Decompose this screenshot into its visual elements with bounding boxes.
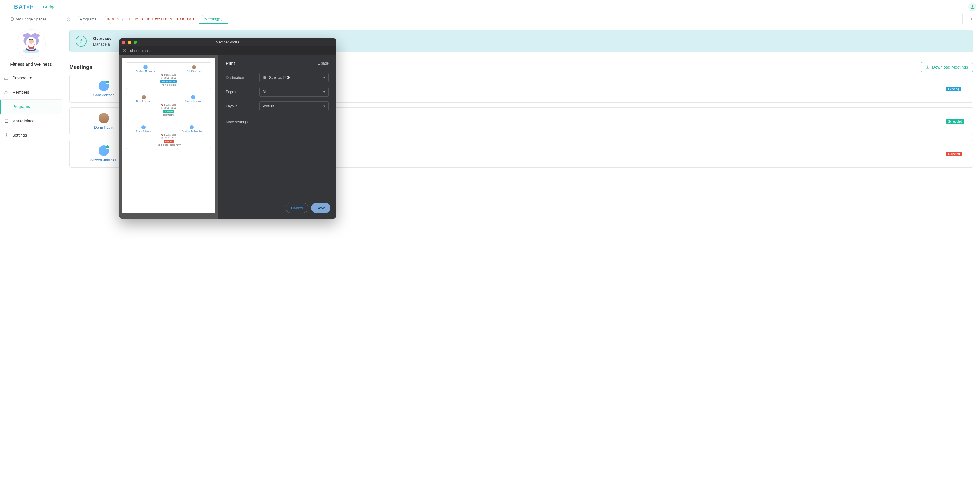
breadcrumb-collapse-toggle[interactable]: [963, 14, 980, 24]
download-icon: [926, 65, 930, 69]
breadcrumb-label: Meeting(s): [204, 17, 222, 21]
status-badge-wrap: Scheduled: [946, 119, 966, 124]
more-settings-toggle[interactable]: More settings ⌄: [226, 120, 329, 124]
layout-label: Layout: [226, 104, 259, 108]
save-button[interactable]: Save: [311, 203, 331, 213]
space-profile: Fitness and Wellness: [0, 24, 62, 71]
chevron-down-icon: ▼: [323, 105, 326, 108]
nav-programs[interactable]: Programs: [0, 100, 62, 114]
page-count: 1 page: [318, 61, 329, 65]
svg-point-5: [7, 91, 8, 92]
menu-toggle-icon[interactable]: [3, 5, 10, 10]
preview-from-person: Steven Johnson: [135, 125, 151, 132]
breadcrumb-program-name[interactable]: Monthly Fitness and Wellness Program: [102, 14, 199, 24]
status-badge: Scheduled: [163, 110, 174, 113]
top-bar: BATI® Bridge: [0, 0, 980, 14]
person-avatar: [191, 95, 195, 99]
person-avatar: [143, 65, 148, 69]
dialog-footer: Cancel Save: [218, 199, 336, 218]
person-avatar: [189, 125, 194, 129]
nav-label: Settings: [12, 133, 27, 137]
breadcrumb-meetings[interactable]: Meeting(s): [199, 14, 228, 24]
destination-select[interactable]: Save as PDF ▼: [259, 73, 329, 82]
logo-block: BATI® Bridge: [14, 3, 56, 10]
breadcrumb-programs[interactable]: Programs: [75, 14, 102, 24]
person-avatar: [99, 113, 109, 123]
breadcrumb-label: Monthly Fitness and Wellness Program: [107, 17, 194, 21]
space-name: Fitness and Wellness: [3, 62, 59, 67]
info-icon: i: [76, 36, 87, 47]
profile-avatar-button[interactable]: [968, 3, 977, 11]
destination-value: Save as PDF: [269, 76, 291, 80]
home-icon: [67, 17, 71, 21]
nav-dashboard[interactable]: Dashboard: [0, 71, 62, 85]
preview-card: Steven Johnson → Bandana Mahapatra 📅 Dec…: [126, 123, 211, 149]
preview-card: Bandana Mahapatra → Batoi Test User 📅 De…: [126, 62, 211, 89]
svg-point-4: [5, 91, 6, 92]
preview-card: Batoi Test User → Steven Johnson 📅 Dec 3…: [126, 92, 211, 119]
print-preview-pane: Bandana Mahapatra → Batoi Test User 📅 De…: [119, 55, 218, 218]
status-badge-wrap: Pending: [946, 86, 966, 91]
status-badge: Request Pending: [161, 80, 177, 83]
arrow-left-circle-icon: [10, 17, 14, 21]
nav-marketplace[interactable]: Marketplace: [0, 114, 62, 128]
destination-label: Destination: [226, 76, 259, 80]
person-avatar: [142, 125, 146, 129]
svg-rect-6: [5, 105, 8, 108]
download-meetings-button[interactable]: Download Meetings: [921, 62, 973, 72]
more-settings-label: More settings: [226, 120, 248, 124]
back-to-spaces[interactable]: My Bridge Spaces: [0, 14, 62, 24]
status-badge: Rejected: [164, 140, 173, 143]
pages-label: Pages: [226, 90, 259, 94]
gear-icon: [4, 133, 9, 137]
breadcrumb-home[interactable]: [62, 14, 75, 24]
person-name: Batoi Test User: [187, 70, 202, 72]
person-avatar: [142, 95, 146, 99]
person-name: Steven Johnson: [135, 130, 151, 132]
chevron-down-icon: ▼: [323, 91, 326, 93]
preview-to-person: Batoi Test User: [187, 65, 202, 72]
app-name[interactable]: Bridge: [43, 5, 56, 10]
layout-value: Portrait: [262, 104, 274, 108]
info-circle-icon: [123, 48, 127, 53]
arrow-right-icon: →: [167, 97, 169, 100]
back-label: My Bridge Spaces: [16, 17, 47, 21]
preview-meta: 📅 Dec 31, 1969 🕒 19:00 - 19:00 Scheduled…: [129, 104, 208, 116]
status-badge: Pending: [946, 87, 961, 91]
space-avatar: [17, 29, 46, 59]
preview-meta: 📅 Dec 31, 1969 🕒 19:00 - 19:00 Rejected …: [129, 134, 208, 147]
person-avatar: [99, 145, 109, 156]
person-name: Bandana Mahapatra: [182, 130, 202, 132]
status-badge: Rejected: [946, 152, 962, 156]
triangle-left-icon: [970, 17, 973, 21]
cancel-button[interactable]: Cancel: [286, 203, 308, 213]
sidebar-nav: Dashboard Members Programs Marketplace S…: [0, 71, 62, 142]
preview-from-person: Batoi Test User: [137, 95, 151, 102]
logo-icon[interactable]: BATI®: [14, 3, 33, 10]
download-label: Download Meetings: [932, 65, 968, 70]
users-icon: [4, 90, 9, 94]
person-avatar: [192, 65, 196, 69]
svg-point-0: [972, 5, 973, 7]
nav-label: Programs: [12, 104, 30, 109]
home-icon: [4, 76, 9, 80]
nav-label: Dashboard: [12, 76, 32, 80]
arrow-right-icon: →: [170, 67, 173, 70]
nav-members[interactable]: Members: [0, 85, 62, 100]
window-title: Member Profile: [119, 40, 336, 45]
preview-to-person: Bandana Mahapatra: [182, 125, 202, 132]
person-name: Batoi Test User: [137, 100, 151, 102]
preview-to-person: Steven Johnson: [185, 95, 201, 102]
chevron-down-icon: ⌄: [326, 120, 329, 124]
chevron-down-icon: ▼: [323, 76, 326, 79]
person-name: Steven Johnson: [185, 100, 201, 102]
meditation-icon: [20, 33, 43, 56]
calendar-icon: [4, 104, 9, 109]
svg-point-1: [10, 17, 14, 21]
pages-select[interactable]: All ▼: [259, 87, 329, 97]
breadcrumb-chain: Programs Monthly Fitness and Wellness Pr…: [62, 14, 963, 24]
sidebar: Fitness and Wellness Dashboard Members P…: [0, 24, 62, 491]
url-path: blank: [141, 48, 150, 53]
layout-select[interactable]: Portrait ▼: [259, 101, 329, 111]
nav-settings[interactable]: Settings: [0, 128, 62, 142]
